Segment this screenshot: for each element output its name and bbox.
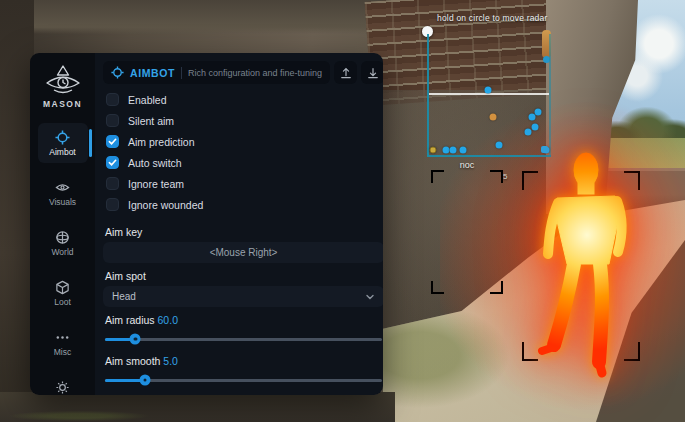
panel-header: AIMBOT Rich configuration and fine-tunin… [103,61,383,84]
radar-dot [485,87,492,94]
slider-thumb[interactable] [140,375,151,386]
slider-value: 5.0 [163,355,178,367]
aim-key-bind-button[interactable]: <Mouse Right> [103,242,383,263]
download-icon [367,67,379,79]
upload-icon [340,67,352,79]
aim-smooth-slider[interactable] [105,374,382,386]
aim-smooth-label: Aim smooth 5.0 [105,355,383,367]
left-wall-shade [0,0,34,422]
sidebar-nav: Aimbot Visuals World [30,123,95,395]
slider-value: 60.0 [158,314,178,326]
slider-label-text: Aim radius [105,314,155,326]
ellipsis-icon [55,330,70,345]
divider [181,67,182,79]
radar-dot [529,114,536,121]
checkbox-ignore-wounded[interactable]: Ignore wounded [106,198,383,211]
slider-thumb[interactable] [130,334,141,345]
brand: MASON [43,64,83,109]
checkbox-label: Auto switch [128,157,182,169]
radar-dot [430,147,437,154]
checkbox-icon [106,198,119,211]
aim-radius-slider[interactable] [105,333,382,345]
tab-subtitle: Rich configuration and fine-tuning [188,68,322,78]
radar-dot [496,142,503,149]
sidebar-item-label: World [51,247,73,257]
slider-label-text: Aim smooth [105,355,160,367]
sidebar-item-label: Misc [54,347,71,357]
radar-left-edge [427,34,429,156]
sidebar-item-loot[interactable]: Loot [38,273,88,313]
checkbox-label: Ignore wounded [128,199,203,211]
main-panel: AIMBOT Rich configuration and fine-tunin… [95,53,383,395]
aim-radius-label: Aim radius 60.0 [105,314,383,326]
sidebar-item-world[interactable]: World [38,223,88,263]
checkbox-label: Enabled [128,94,167,106]
enemy-name-label: noc [432,160,502,170]
radar-hint-text: hold on circle to move radar [437,13,548,23]
tab-title: AIMBOT [130,67,175,79]
cheat-menu-panel: MASON Aimbot Visuals [30,53,383,395]
chevron-down-icon [365,292,375,302]
checkbox-icon [106,156,119,169]
checkbox-auto-switch[interactable]: Auto switch [106,156,383,169]
checkbox-icon [106,177,119,190]
radar-right-edge [549,34,551,156]
glowing-player-model [520,140,655,385]
checkbox-label: Silent aim [128,115,174,127]
mason-eye-logo [43,64,83,96]
checkbox-aim-prediction[interactable]: Aim prediction [106,135,383,148]
crosshair-icon [55,130,70,145]
checkbox-icon [106,114,119,127]
checkbox-icon [106,135,119,148]
sidebar: MASON Aimbot Visuals [30,53,95,395]
crosshair-icon [111,66,124,79]
radar-dot [443,147,450,154]
sidebar-item-label: Aimbot [49,147,75,157]
radar-dot [490,114,497,121]
aim-spot-select[interactable]: Head [103,286,383,307]
checkbox-label: Aim prediction [128,136,195,148]
sidebar-item-label: Visuals [49,197,76,207]
game-screen: hold on circle to move radar noc 5 [0,0,685,422]
foreground-ground [0,392,395,422]
gear-icon [55,380,70,395]
download-config-button[interactable] [361,61,383,84]
radar-dot [460,147,467,154]
checkbox-silent-aim[interactable]: Silent aim [106,114,383,127]
checkbox-ignore-team[interactable]: Ignore team [106,177,383,190]
globe-icon [55,230,70,245]
sidebar-item-aimbot[interactable]: Aimbot [38,123,88,163]
aim-key-label: Aim key [105,226,383,238]
brand-name: MASON [43,99,82,109]
upload-config-button[interactable] [334,61,357,84]
radar-dot [450,147,457,154]
sidebar-item-settings[interactable]: Settings [38,373,88,395]
checkbox-icon [106,93,119,106]
aim-spot-value: Head [112,291,136,302]
checkbox-enabled[interactable]: Enabled [106,93,383,106]
sidebar-item-misc[interactable]: Misc [38,323,88,363]
cube-icon [55,280,70,295]
aim-spot-label: Aim spot [105,270,383,282]
sidebar-item-label: Loot [54,297,71,307]
sidebar-item-visuals[interactable]: Visuals [38,173,88,213]
radar-dot [532,124,539,131]
skeleton-esp [440,170,510,300]
radar-dot [535,109,542,116]
eye-icon [55,180,70,195]
slider-track[interactable] [105,338,382,341]
tab-title-bar: AIMBOT Rich configuration and fine-tunin… [103,61,330,84]
radar-dot [525,129,532,136]
checkbox-label: Ignore team [128,178,184,190]
